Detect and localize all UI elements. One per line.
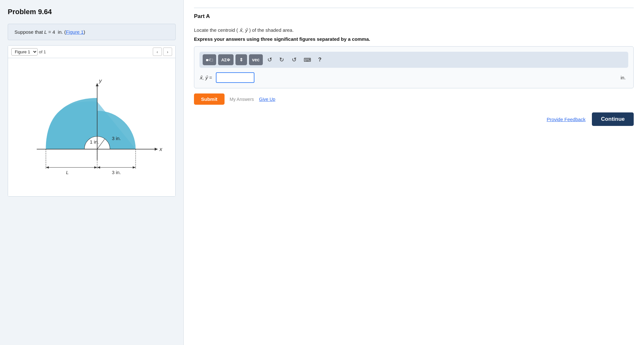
- figure-select[interactable]: Figure 1: [11, 48, 38, 56]
- part-instruction: Express your answers using three signifi…: [194, 36, 634, 42]
- submit-button[interactable]: Submit: [194, 93, 225, 105]
- answer-box: ■√□ ΑΣΦ ⇕ vec ↺ ↻ ↺ ⌨ ? x̄, ȳ = in.: [194, 46, 634, 88]
- figure-content: x y 1 in. 3 in. L: [8, 58, 175, 196]
- figure-box: Figure 1 of 1 ‹ ›: [8, 45, 176, 197]
- part-title: Part A: [194, 8, 634, 23]
- right-panel: Part A Locate the centroid ( x̄, ȳ ) of …: [183, 0, 644, 345]
- bottom-row: Provide Feedback Continue: [194, 112, 634, 126]
- svg-marker-16: [97, 166, 100, 169]
- problem-statement: Suppose that L = 4 in. (Figure 1): [8, 24, 176, 40]
- arrows-button[interactable]: ⇕: [235, 54, 247, 65]
- svg-text:1 in.: 1 in.: [90, 139, 99, 145]
- figure-prev-button[interactable]: ‹: [153, 48, 162, 56]
- figure-select-wrapper: Figure 1 of 1: [11, 48, 46, 56]
- left-panel: Problem 9.64 Suppose that L = 4 in. (Fig…: [0, 0, 183, 345]
- problem-title: Problem 9.64: [8, 8, 176, 16]
- svg-text:3 in.: 3 in.: [112, 170, 121, 175]
- provide-feedback-link[interactable]: Provide Feedback: [547, 117, 585, 122]
- figure-of-label: of 1: [39, 49, 46, 54]
- figure-next-button[interactable]: ›: [163, 48, 172, 56]
- help-button[interactable]: ?: [316, 54, 324, 65]
- keyboard-button[interactable]: ⌨: [301, 54, 314, 65]
- problem-text: Suppose that L = 4 in. (Figure 1): [14, 29, 85, 35]
- math-editor-button[interactable]: ■√□: [203, 54, 216, 65]
- svg-text:y: y: [99, 78, 102, 84]
- vec-button[interactable]: vec: [249, 54, 263, 65]
- reset-button[interactable]: ↺: [289, 54, 299, 65]
- svg-marker-5: [96, 83, 99, 86]
- action-row: Submit My Answers Give Up: [194, 93, 634, 105]
- continue-button[interactable]: Continue: [592, 112, 634, 126]
- greek-symbols-button[interactable]: ΑΣΦ: [218, 54, 234, 65]
- part-description: Locate the centroid ( x̄, ȳ ) of the sha…: [194, 27, 634, 33]
- diagram-svg: x y 1 in. 3 in. L: [11, 61, 172, 193]
- toolbar: ■√□ ΑΣΦ ⇕ vec ↺ ↻ ↺ ⌨ ?: [199, 52, 628, 68]
- figure-nav: ‹ ›: [153, 48, 172, 56]
- svg-marker-2: [155, 148, 158, 151]
- answer-unit: in.: [621, 75, 628, 80]
- figure-link[interactable]: Figure 1: [66, 29, 84, 35]
- undo-button[interactable]: ↺: [265, 54, 275, 65]
- svg-marker-12: [46, 166, 49, 169]
- redo-button[interactable]: ↻: [277, 54, 287, 65]
- svg-marker-13: [94, 166, 97, 169]
- my-answers-link[interactable]: My Answers: [230, 97, 254, 102]
- answer-input[interactable]: [216, 72, 254, 83]
- answer-label: x̄, ȳ =: [199, 75, 212, 81]
- figure-header: Figure 1 of 1 ‹ ›: [8, 46, 175, 58]
- give-up-link[interactable]: Give Up: [259, 97, 275, 102]
- svg-text:L: L: [66, 170, 69, 175]
- answer-row: x̄, ȳ = in.: [199, 72, 628, 83]
- svg-text:x: x: [159, 146, 163, 152]
- svg-marker-17: [133, 166, 136, 169]
- svg-text:3 in.: 3 in.: [112, 136, 121, 141]
